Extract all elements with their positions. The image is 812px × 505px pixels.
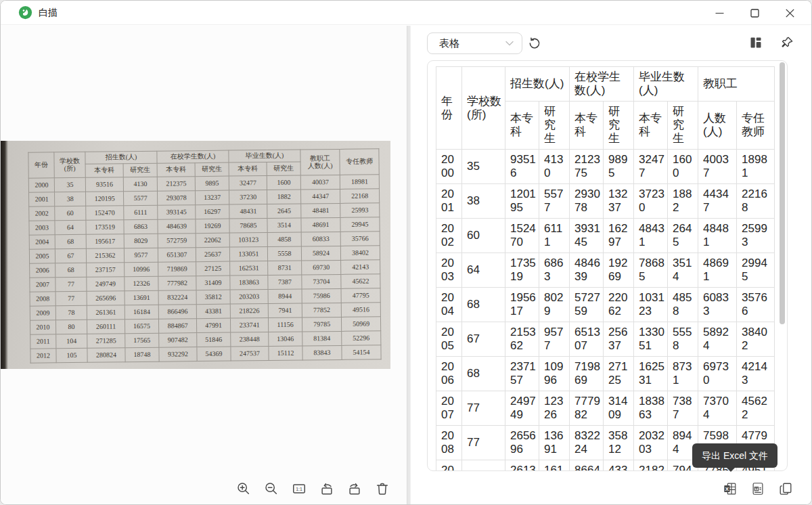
one-to-one-button[interactable]: 1:1 bbox=[292, 481, 307, 496]
table-cell: 64 bbox=[55, 220, 86, 234]
tooltip-arrow bbox=[726, 467, 736, 472]
ocr-table-card: 年份 学校数(所) 招生数(人) 在校学生数(人) 毕业生数(人) 教职工 本专… bbox=[427, 60, 788, 471]
table-cell: 832224 bbox=[158, 290, 196, 305]
table-cell: 78685 bbox=[229, 219, 267, 234]
close-icon bbox=[786, 9, 794, 18]
zoom-in-icon bbox=[236, 481, 251, 496]
table-cell: 2009 bbox=[30, 306, 55, 320]
table-cell: 16575 bbox=[125, 319, 158, 334]
table-cell: 47991 bbox=[196, 318, 230, 333]
export-excel-tooltip: 导出 Excel 文件 bbox=[692, 443, 777, 468]
table-cell: 38 bbox=[55, 192, 86, 206]
table-cell: 1882 bbox=[668, 184, 698, 219]
table-cell: 651307 bbox=[158, 248, 196, 263]
table-cell: 37230 bbox=[229, 190, 267, 205]
refresh-icon bbox=[528, 37, 541, 50]
table-cell: 280824 bbox=[87, 348, 125, 363]
close-button[interactable] bbox=[772, 1, 807, 25]
table-cell: 10996 bbox=[125, 262, 158, 277]
table-cell: 43381 bbox=[604, 460, 634, 472]
table-cell: 48691 bbox=[301, 217, 340, 232]
table-cell: 249749 bbox=[505, 391, 539, 426]
table-cell: 215362 bbox=[505, 322, 539, 357]
table-cell: 293078 bbox=[158, 191, 196, 206]
pin-button[interactable] bbox=[780, 36, 794, 49]
tooltip-text: 导出 Excel 文件 bbox=[702, 450, 768, 461]
table-cell: 777982 bbox=[158, 276, 196, 291]
table-cell: 68 bbox=[55, 263, 87, 277]
table-cell: 50969 bbox=[342, 317, 381, 332]
table-cell: 32477 bbox=[229, 176, 267, 191]
table-cell: 2004 bbox=[436, 288, 462, 322]
table-row: 2007772497491232677798231409183863738773… bbox=[436, 391, 775, 426]
table-cell: 77 bbox=[55, 277, 87, 291]
export-excel-button[interactable]: X bbox=[723, 481, 738, 496]
table-cell: 212375 bbox=[157, 177, 195, 192]
table-cell: 215362 bbox=[86, 248, 124, 263]
table-cell: 40037 bbox=[300, 175, 340, 190]
table-cell: 75986 bbox=[302, 288, 341, 303]
table-cell: 8029 bbox=[539, 288, 570, 322]
table-cell: 2012 bbox=[30, 349, 56, 363]
app-title: 白描 bbox=[39, 7, 58, 19]
table-cell: 44347 bbox=[698, 184, 737, 219]
table-cell: 4858 bbox=[668, 288, 698, 322]
table-cell: 16297 bbox=[604, 219, 634, 253]
table-cell: 16184 bbox=[125, 305, 158, 320]
maximize-button[interactable] bbox=[737, 1, 772, 25]
table-cell: 2001 bbox=[29, 192, 55, 206]
table-cell: 31409 bbox=[604, 391, 634, 426]
photo-th-sub: 研究生 bbox=[195, 162, 229, 177]
table-cell: 22168 bbox=[340, 189, 380, 204]
delete-button[interactable] bbox=[375, 481, 390, 496]
table-cell: 47795 bbox=[341, 288, 380, 303]
zoom-out-button[interactable] bbox=[264, 481, 279, 496]
table-cell: 572759 bbox=[158, 234, 196, 248]
table-cell: 2005 bbox=[436, 322, 462, 357]
table-cell: 48481 bbox=[698, 219, 737, 253]
image-preview-panel: 年份 学校数 (所) 招生数(人) 在校学生数(人) 毕业生数(人) 教职工 人… bbox=[1, 26, 407, 505]
zoom-in-button[interactable] bbox=[236, 481, 251, 496]
table-cell: 48431 bbox=[229, 204, 267, 219]
table-cell: 67 bbox=[462, 322, 505, 357]
table-cell: 237157 bbox=[505, 357, 539, 391]
table-row: 2012105280824187489322925436924753715112… bbox=[30, 345, 381, 363]
export-word-button[interactable] bbox=[750, 481, 765, 496]
table-cell: 212375 bbox=[570, 150, 604, 184]
photo-th-group: 毕业生数(人) bbox=[229, 150, 300, 162]
table-cell: 120195 bbox=[505, 184, 539, 219]
table-cell: 4130 bbox=[123, 177, 157, 192]
table-cell: 45622 bbox=[341, 274, 380, 289]
refresh-button[interactable] bbox=[528, 37, 541, 50]
table-cell: 195617 bbox=[86, 234, 124, 249]
app-window: 白描 bbox=[0, 0, 812, 505]
table-cell: 265696 bbox=[87, 291, 125, 306]
table-cell: 7387 bbox=[668, 391, 698, 426]
photo-th-sub: 研究生 bbox=[123, 163, 157, 177]
table-cell: 25637 bbox=[196, 247, 229, 262]
table-cell: 183863 bbox=[634, 391, 668, 426]
table-cell: 2645 bbox=[267, 204, 301, 219]
mode-dropdown[interactable]: 表格 bbox=[427, 32, 522, 54]
mode-dropdown-value: 表格 bbox=[439, 37, 459, 50]
table-cell: 13691 bbox=[539, 426, 570, 460]
table-cell: 484639 bbox=[570, 253, 604, 288]
ocr-th-sub: 本专科 bbox=[634, 102, 668, 150]
layout-toggle-button[interactable] bbox=[749, 36, 763, 49]
rotate-right-button[interactable] bbox=[347, 481, 362, 496]
table-cell: 5577 bbox=[539, 184, 570, 219]
table-cell: 69730 bbox=[302, 260, 341, 275]
table-cell: 60833 bbox=[698, 288, 737, 322]
table-cell: 293078 bbox=[570, 184, 604, 219]
table-cell: 17565 bbox=[125, 333, 159, 348]
table-cell: 58924 bbox=[301, 246, 340, 261]
table-cell: 25637 bbox=[604, 322, 634, 357]
copy-result-button[interactable] bbox=[778, 481, 793, 496]
table-cell: 10996 bbox=[539, 357, 570, 391]
scrollbar-thumb[interactable] bbox=[780, 62, 785, 324]
result-header-actions bbox=[749, 36, 794, 49]
layout-columns-icon bbox=[749, 36, 763, 49]
table-cell: 218226 bbox=[230, 304, 268, 319]
rotate-left-button[interactable] bbox=[319, 481, 334, 496]
minimize-button[interactable] bbox=[702, 1, 737, 25]
